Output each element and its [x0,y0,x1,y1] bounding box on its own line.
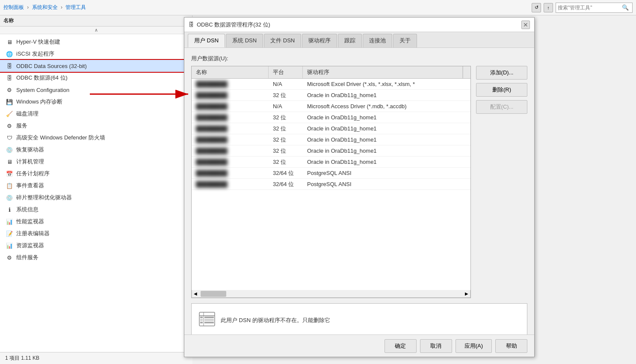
scroll-up-indicator[interactable]: ∧ [0,27,192,34]
svg-rect-10 [204,322,214,323]
sidebar-item-diskclean[interactable]: 🧹 磁盘清理 [0,108,192,120]
search-input[interactable] [558,5,622,11]
sidebar-item-odbc64-label: ODBC 数据源(64 位) [16,74,68,82]
td-driver-8: Oracle in OraDb11g_home1 [303,157,470,166]
sidebar-item-regedit[interactable]: 📝 注册表编辑器 [0,228,192,240]
table-row[interactable]: ████████ 32 位 Oracle in OraDb11g_home1 [192,90,470,101]
sidebar-item-defender[interactable]: 🛡 高级安全 Windows Defender 防火墙 [0,132,192,144]
tab-user-dsn[interactable]: 用户 DSN [188,34,225,47]
status-bar: 1 项目 1.11 KB [0,352,192,364]
top-bar: 控制面板 › 系统和安全 › 管理工具 ↺ ↑ 🔍 [0,0,636,15]
tab-about[interactable]: 关于 [393,34,417,47]
hyperv-icon: 🖥 [5,38,14,46]
breadcrumb-part3[interactable]: 管理工具 [65,4,86,10]
dialog-close-button[interactable]: ✕ [521,21,530,29]
table-row[interactable]: ████████ N/A Microsoft Excel Driver (*.x… [192,79,470,90]
sidebar-item-odbc32-label: ODBC Data Sources (32-bit) [16,63,87,69]
scroll-right-arrow[interactable]: ▶ [463,291,470,296]
taskschd-icon: 📅 [5,169,14,178]
sidebar-item-taskschd[interactable]: 📅 任务计划程序 [0,168,192,180]
sidebar-item-perfmon-label: 性能监视器 [16,218,44,225]
sidebar-list: 🖥 Hyper-V 快速创建 🌐 iSCSI 发起程序 🗄 ODBC Data … [0,34,192,265]
sidebar-item-resmon-label: 资源监视器 [16,242,44,249]
td-name-5: ████████ [192,124,269,133]
td-platform-2: 32 位 [269,90,303,101]
table-body[interactable]: ████████ N/A Microsoft Excel Driver (*.x… [192,79,470,290]
table-row[interactable]: ████████ 32 位 Oracle in OraDb11g_home1 [192,112,470,123]
sidebar-item-iscsi[interactable]: 🌐 iSCSI 发起程序 [0,48,192,60]
td-name-6: ████████ [192,135,269,144]
td-name-4: ████████ [192,113,269,122]
sidebar-item-memdiag[interactable]: 💾 Windows 内存诊断 [0,96,192,108]
breadcrumb-part2[interactable]: 系统和安全 [32,4,58,10]
sidebar-item-sysinfo[interactable]: ℹ 系统信息 [0,204,192,216]
search-icon: 🔍 [622,4,629,11]
table-row[interactable]: ████████ 32 位 Oracle in OraDb11g_home1 [192,145,470,157]
sidebar-item-perfmon[interactable]: 📊 性能监视器 [0,216,192,228]
table-row[interactable]: ████████ 32/64 位 PostgreSQL ANSI [192,179,470,190]
sidebar-item-recovery[interactable]: 💿 恢复驱动器 [0,144,192,156]
cancel-button[interactable]: 取消 [420,339,452,353]
sidebar-item-services[interactable]: ⚙ 服务 [0,120,192,132]
resmon-icon: 📊 [5,241,14,250]
td-driver-6: Oracle in OraDb11g_home1 [303,135,470,144]
sidebar-item-iscsi-label: iSCSI 发起程序 [16,50,54,58]
th-name: 名称 [192,66,269,78]
sidebar-item-defrag[interactable]: 💿 碎片整理和优化驱动器 [0,192,192,204]
bottom-bar: 确定 取消 应用(A) 帮助 [184,334,534,357]
td-driver-4: Oracle in OraDb11g_home1 [303,113,470,122]
sidebar-item-hyperv[interactable]: 🖥 Hyper-V 快速创建 [0,36,192,48]
memdiag-icon: 💾 [5,98,14,106]
tab-tracing[interactable]: 跟踪 [338,34,362,47]
tab-file-dsn[interactable]: 文件 DSN [264,34,301,47]
breadcrumb-part1[interactable]: 控制面板 [3,4,24,10]
sidebar-item-odbc64[interactable]: 🗄 ODBC 数据源(64 位) [0,72,192,84]
search-box[interactable]: 🔍 [556,3,633,13]
eventvwr-icon: 📋 [5,181,14,190]
td-platform-3: N/A [269,102,303,111]
up-button[interactable]: ↑ [544,3,553,12]
breadcrumb: 控制面板 › 系统和安全 › 管理工具 [3,4,532,11]
sidebar-item-eventvwr[interactable]: 📋 事件查看器 [0,180,192,192]
td-name-10: ████████ [192,180,269,189]
add-button[interactable]: 添加(D)... [476,66,527,80]
dialog-title-text: ODBC 数据源管理程序(32 位) [197,21,270,29]
help-button[interactable]: 帮助 [495,339,527,353]
dialog-body: 用户数据源(U): 名称 平台 驱动程序 ████████ N/A M [184,48,534,344]
apply-button[interactable]: 应用(A) [456,339,492,353]
sidebar-item-defrag-label: 碎片整理和优化驱动器 [16,194,72,201]
comsvcs-icon: ⚙ [5,253,14,262]
odbc32-icon: 🗄 [5,62,14,70]
horiz-scrollbar-thumb[interactable] [201,291,226,297]
svg-rect-8 [204,319,214,321]
ok-button[interactable]: 确定 [385,339,417,353]
horiz-scrollbar[interactable]: ◀ ▶ [192,290,470,298]
td-name-7: ████████ [192,146,269,155]
table-row[interactable]: ████████ 32/64 位 PostgreSQL ANSI [192,168,470,179]
table-row[interactable]: ████████ 32 位 Oracle in OraDb11g_home1 [192,157,470,168]
tab-connection-pool[interactable]: 连接池 [363,34,392,47]
delete-button[interactable]: 删除(R) [476,83,527,97]
sidebar-item-odbc32[interactable]: 🗄 ODBC Data Sources (32-bit) [0,60,192,72]
table-area: 名称 平台 驱动程序 ████████ N/A Microsoft Excel … [191,66,527,298]
sidebar-item-taskschd-label: 任务计划程序 [16,170,50,178]
perfmon-icon: 📊 [5,217,14,226]
dialog-title: 🗄 ODBC 数据源管理程序(32 位) [189,21,270,29]
td-name-2: ████████ [192,91,269,100]
td-name-3: ████████ [192,102,269,111]
refresh-button[interactable]: ↺ [532,3,541,12]
sidebar-item-compmgmt[interactable]: 🖥 计算机管理 [0,156,192,168]
td-platform-6: 32 位 [269,135,303,145]
tab-system-dsn[interactable]: 系统 DSN [226,34,263,47]
td-driver-10: PostgreSQL ANSI [303,180,470,189]
scroll-left-arrow[interactable]: ◀ [192,291,199,296]
table-row[interactable]: ████████ N/A Microsoft Access Driver (*.… [192,101,470,112]
table-row[interactable]: ████████ 32 位 Oracle in OraDb11g_home1 [192,123,470,134]
tab-drivers[interactable]: 驱动程序 [302,34,337,47]
sidebar-item-comsvcs[interactable]: ⚙ 组件服务 [0,252,192,263]
table-row[interactable]: ████████ 32 位 Oracle in OraDb11g_home1 [192,134,470,145]
configure-button[interactable]: 配置(C)... [476,100,527,114]
sidebar-item-sysconfig[interactable]: ⚙ ODBC 数据源管理程序(32 位) System Configuratio… [0,84,192,96]
sidebar-item-resmon[interactable]: 📊 资源监视器 [0,240,192,252]
tab-bar: 用户 DSN 系统 DSN 文件 DSN 驱动程序 跟踪 连接池 关于 [184,32,534,48]
